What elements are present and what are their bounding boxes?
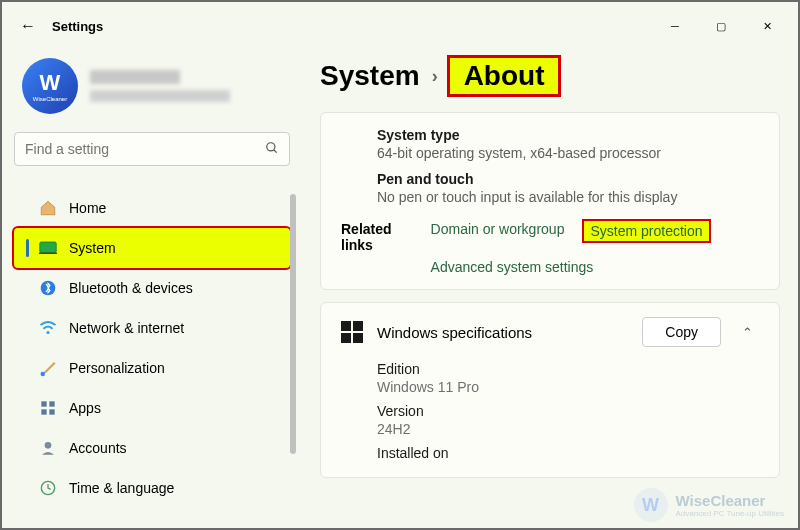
watermark-name: WiseCleaner — [676, 492, 785, 509]
system-type-value: 64-bit operating system, x64-based proce… — [377, 145, 759, 161]
svg-point-5 — [47, 331, 50, 334]
nav-label: Bluetooth & devices — [69, 280, 193, 296]
svg-point-6 — [41, 372, 46, 377]
search-box[interactable] — [14, 132, 290, 166]
related-links: Related links Domain or workgroup System… — [341, 215, 759, 275]
nav: Home System Bluetooth & devices Network … — [14, 188, 290, 508]
windows-specs-card: Windows specifications Copy ⌃ Edition Wi… — [320, 302, 780, 478]
sidebar-item-home[interactable]: Home — [14, 188, 290, 228]
breadcrumb-current: About — [450, 58, 559, 94]
nav-label: System — [69, 240, 116, 256]
brush-icon — [39, 359, 57, 377]
link-advanced-settings[interactable]: Advanced system settings — [431, 259, 594, 275]
apps-icon — [39, 399, 57, 417]
watermark: W WiseCleaner Advanced PC Tune-up Utilit… — [634, 488, 785, 522]
sidebar-item-bluetooth[interactable]: Bluetooth & devices — [14, 268, 290, 308]
installed-label: Installed on — [377, 445, 759, 461]
specs-title: Windows specifications — [377, 324, 628, 341]
svg-line-1 — [274, 149, 277, 152]
sidebar-item-time[interactable]: Time & language — [14, 468, 290, 508]
windows-icon — [341, 321, 363, 343]
edition-value: Windows 11 Pro — [377, 379, 759, 395]
back-button[interactable]: ← — [10, 17, 46, 35]
pen-touch-label: Pen and touch — [377, 171, 759, 187]
titlebar: ← Settings ─ ▢ ✕ — [2, 2, 798, 50]
sidebar-item-network[interactable]: Network & internet — [14, 308, 290, 348]
avatar: W WiseCleaner — [22, 58, 78, 114]
home-icon — [39, 199, 57, 217]
related-label: Related links — [341, 221, 403, 253]
version-label: Version — [377, 403, 759, 419]
profile[interactable]: W WiseCleaner — [14, 50, 290, 132]
minimize-button[interactable]: ─ — [652, 10, 698, 42]
svg-rect-2 — [40, 242, 57, 253]
breadcrumb-root[interactable]: System — [320, 60, 420, 92]
nav-label: Network & internet — [69, 320, 184, 336]
svg-rect-8 — [49, 401, 54, 406]
device-card: System type 64-bit operating system, x64… — [320, 112, 780, 290]
sidebar-scrollbar[interactable] — [290, 194, 296, 454]
maximize-button[interactable]: ▢ — [698, 10, 744, 42]
chevron-right-icon: › — [432, 66, 438, 87]
sidebar: W WiseCleaner Home System — [2, 50, 302, 528]
user-icon — [39, 439, 57, 457]
nav-label: Time & language — [69, 480, 174, 496]
copy-button[interactable]: Copy — [642, 317, 721, 347]
version-value: 24H2 — [377, 421, 759, 437]
search-icon — [265, 141, 279, 158]
sidebar-item-system[interactable]: System — [14, 228, 290, 268]
svg-point-11 — [45, 442, 52, 449]
wifi-icon — [39, 319, 57, 337]
search-input[interactable] — [25, 141, 265, 157]
svg-rect-10 — [49, 409, 54, 414]
link-system-protection[interactable]: System protection — [584, 221, 708, 241]
bluetooth-icon — [39, 279, 57, 297]
nav-label: Personalization — [69, 360, 165, 376]
chevron-up-icon[interactable]: ⌃ — [735, 325, 759, 340]
main: System › About System type 64-bit operat… — [302, 50, 798, 528]
profile-text — [90, 70, 230, 102]
edition-label: Edition — [377, 361, 759, 377]
nav-label: Apps — [69, 400, 101, 416]
nav-label: Accounts — [69, 440, 127, 456]
svg-rect-3 — [39, 253, 57, 255]
nav-label: Home — [69, 200, 106, 216]
link-domain-workgroup[interactable]: Domain or workgroup — [431, 221, 565, 241]
svg-rect-7 — [41, 401, 46, 406]
svg-rect-9 — [41, 409, 46, 414]
watermark-tag: Advanced PC Tune-up Utilities — [676, 509, 785, 518]
sidebar-item-personalization[interactable]: Personalization — [14, 348, 290, 388]
watermark-icon: W — [634, 488, 668, 522]
close-button[interactable]: ✕ — [744, 10, 790, 42]
sidebar-item-accounts[interactable]: Accounts — [14, 428, 290, 468]
sidebar-item-apps[interactable]: Apps — [14, 388, 290, 428]
clock-icon — [39, 479, 57, 497]
svg-point-0 — [267, 142, 275, 150]
system-type-label: System type — [377, 127, 759, 143]
breadcrumb: System › About — [320, 58, 780, 94]
window-title: Settings — [52, 19, 103, 34]
pen-touch-value: No pen or touch input is available for t… — [377, 189, 759, 205]
system-icon — [39, 239, 57, 257]
